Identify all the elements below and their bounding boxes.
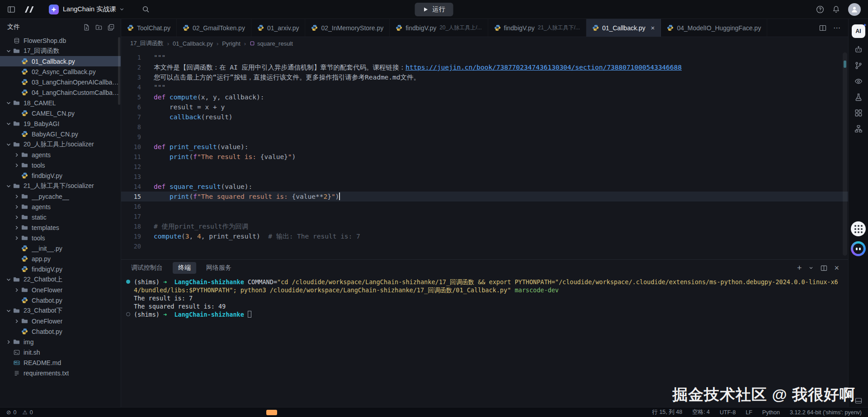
tree-item[interactable]: 19_BabyAGI [0,118,121,129]
tree-item[interactable]: FlowerShop.db [0,35,121,46]
line-number[interactable]: 7 [121,112,154,122]
tree-item[interactable]: 17_回调函数 [0,46,121,56]
tree-item[interactable]: agents [0,201,121,212]
split-panel-icon[interactable] [821,265,827,272]
line-number[interactable]: 20 [121,241,154,251]
close-panel-icon[interactable]: × [834,264,839,272]
code-line[interactable]: 6 result = x + y [121,102,848,112]
editor-tab[interactable]: ToolChat.py [121,19,177,37]
code-line[interactable]: 14def square_result(value): [121,182,848,192]
line-number[interactable]: 5 [121,92,154,102]
editor-tab[interactable]: 04_ModelIO_HuggingFace.py [661,19,767,37]
tree-item[interactable]: CAMEL_CN.py [0,108,121,118]
code-line[interactable]: 17 [121,211,848,221]
tree-item[interactable]: findbigV.py [0,170,121,181]
line-number[interactable]: 10 [121,142,154,152]
run-button[interactable]: 运行 [415,3,453,16]
line-number[interactable]: 9 [121,132,154,142]
line-number[interactable]: 15 [121,192,154,201]
tree-item[interactable]: tools [0,160,121,170]
line-number[interactable]: 18 [121,221,154,231]
robot-icon[interactable] [854,46,863,54]
tree-item[interactable]: 21_人脉工具下/socializer [0,181,121,191]
code-line[interactable]: 20 [121,241,848,251]
hierarchy-icon[interactable] [854,125,863,133]
line-number[interactable]: 3 [121,72,154,82]
search-icon[interactable] [142,5,150,13]
code-line[interactable]: 12 [121,162,848,172]
tree-item[interactable]: 22_Chatbot上 [0,274,121,285]
panel-tab[interactable]: 终端 [173,262,196,274]
tree-item[interactable]: 03_LangChainOpenAICallback.... [0,77,121,87]
breadcrumb-item[interactable]: 17_回调函数 [130,39,164,47]
encoding[interactable]: UTF-8 [720,409,736,416]
tree-item[interactable]: img [0,337,121,347]
line-number[interactable]: 1 [121,52,154,62]
problems-indicator[interactable]: ⊘ 0 ⚠ 0 [6,409,33,416]
line-number[interactable]: 16 [121,201,154,211]
tree-item[interactable]: static [0,212,121,222]
tree-item[interactable]: OneFlower [0,316,121,326]
terminal-dropdown-icon[interactable] [808,265,814,271]
tree-item[interactable]: 04_LangChainCustomCallback.... [0,87,121,98]
line-number[interactable]: 8 [121,122,154,132]
chevron-down-icon[interactable] [119,6,125,12]
tree-item[interactable]: templates [0,222,121,233]
tree-item[interactable]: 18_CAMEL [0,98,121,108]
marscode-mascot-button[interactable] [851,241,866,256]
tree-item[interactable]: app.py [0,253,121,264]
editor-tab[interactable]: findbigV.py20_人脉工具上/... [390,19,488,37]
marscode-logo-icon[interactable] [24,5,35,14]
new-terminal-icon[interactable]: + [797,264,802,272]
code-line[interactable]: 19compute(3, 4, print_result) # 输出: The … [121,231,848,241]
avatar[interactable] [848,3,861,16]
bell-icon[interactable] [832,5,840,13]
line-number[interactable]: 11 [121,152,154,162]
code-line[interactable]: 10def print_result(value): [121,142,848,152]
apps-launcher-button[interactable] [851,221,866,236]
tree-item[interactable]: Chatbot.py [0,295,121,305]
tree-item[interactable]: 02_Async_Callback.py [0,66,121,77]
code-line[interactable]: 18# 使用print_result作为回调 [121,221,848,231]
line-number[interactable]: 6 [121,102,154,112]
code-line[interactable]: 11 print(f"The result is: {value}") [121,152,848,162]
line-number[interactable]: 17 [121,211,154,221]
ai-assistant-button[interactable]: AI ✦ [852,24,865,38]
python-interpreter[interactable]: 3.12.2 64-bit ('shims': pyenv) [790,409,862,416]
panel-tab[interactable]: 网络服务 [205,262,232,274]
code-line[interactable]: 16 [121,201,848,211]
new-folder-icon[interactable] [95,24,102,31]
tree-item[interactable]: tools [0,233,121,243]
tree-item[interactable]: 23_Chatbot下 [0,305,121,316]
code-line[interactable]: 15 print(f"The squared result is: {value… [121,192,848,201]
breadcrumb-item[interactable]: 01_Callback.py [173,40,213,47]
tree-item[interactable]: Chatbot.py [0,326,121,337]
code-line[interactable]: 2本文件是【回调函数：在 AI 应用中引入异步通信机制】章节的配套代码。课程链接… [121,62,848,72]
language-mode[interactable]: Python [762,409,780,416]
cursor-position[interactable]: 行 15, 列 48 [652,408,682,416]
tree-item[interactable]: __init__.py [0,243,121,253]
editor-tab[interactable]: 02_GmailToken.py [177,19,251,37]
code-line[interactable]: 1""" [121,52,848,62]
line-number[interactable]: 13 [121,172,154,182]
split-editor-icon[interactable] [819,24,826,32]
code-line[interactable]: 4""" [121,82,848,92]
workspace-name[interactable]: LangChain 实战课 [63,5,116,14]
line-number[interactable]: 4 [121,82,154,92]
tree-item[interactable]: requirements.txt [0,368,121,378]
new-file-icon[interactable] [83,24,90,31]
tree-item[interactable]: README.md [0,357,121,368]
code-line[interactable]: 13 [121,172,848,182]
editor-tab[interactable]: 02_InMemoryStore.py [305,19,390,37]
code-line[interactable]: 7 callback(result) [121,112,848,122]
tree-item[interactable]: 01_Callback.py [0,56,121,66]
code-line[interactable]: 8 [121,122,848,132]
tree-item[interactable]: agents [0,150,121,160]
editor-scrollbar[interactable] [843,52,847,256]
grid-icon[interactable] [854,109,863,117]
line-number[interactable]: 12 [121,162,154,172]
layout-panel-icon[interactable] [7,5,15,14]
tree-item[interactable]: BabyAGI_CN.py [0,129,121,139]
git-branch-icon[interactable] [854,61,863,70]
eye-icon[interactable] [854,77,863,85]
